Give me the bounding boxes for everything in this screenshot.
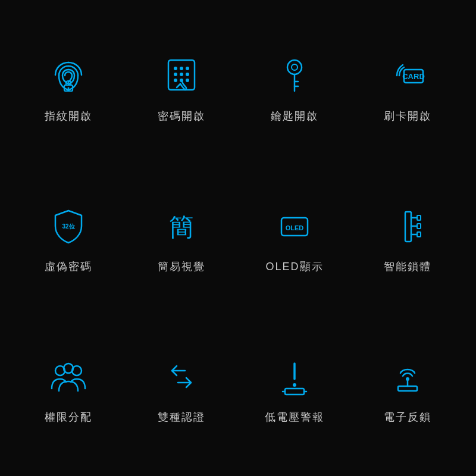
cell-fingerprint: 指紋開啟	[12, 12, 125, 162]
shield-icon: 32位	[45, 202, 92, 250]
row-3: 權限分配 雙種認證	[12, 314, 464, 464]
svg-point-6	[174, 73, 177, 76]
low-battery-label: 低電壓警報	[265, 410, 324, 424]
cell-permission: 權限分配	[12, 314, 125, 464]
cell-key: 鑰匙開啟	[238, 12, 351, 162]
cell-low-battery: 低電壓警報	[238, 314, 351, 464]
svg-point-1	[68, 87, 70, 89]
svg-rect-27	[417, 215, 421, 220]
password-label: 密碼開啟	[158, 109, 205, 123]
fake-password-label: 虛偽密碼	[45, 259, 92, 274]
fingerprint-icon	[45, 52, 92, 99]
svg-rect-23	[405, 212, 411, 242]
svg-point-13	[292, 64, 298, 70]
row-2: 32位 虛偽密碼 簡 簡易視覺 OLED OLED顯示	[12, 162, 464, 313]
card-icon: CARD	[384, 52, 431, 99]
low-battery-icon	[271, 353, 318, 400]
svg-text:OLED: OLED	[286, 224, 304, 231]
svg-rect-29	[417, 232, 421, 237]
simple-view-label: 簡易視覺	[158, 259, 205, 274]
svg-rect-35	[285, 389, 304, 394]
password-icon	[158, 52, 205, 99]
svg-point-4	[180, 67, 183, 70]
svg-point-5	[186, 67, 189, 70]
svg-text:32位: 32位	[62, 223, 75, 230]
cell-dual-auth: 雙種認證	[125, 314, 238, 464]
main-grid: 指紋開啟	[12, 12, 464, 464]
svg-point-8	[186, 73, 189, 76]
permission-label: 權限分配	[45, 410, 92, 424]
svg-point-12	[287, 60, 302, 74]
simple-view-icon: 簡	[158, 202, 205, 250]
svg-text:CARD: CARD	[402, 72, 425, 81]
e-lock-label: 電子反鎖	[384, 410, 431, 424]
key-label: 鑰匙開啟	[271, 109, 318, 123]
svg-point-11	[186, 79, 189, 82]
row-1: 指紋開啟	[12, 12, 464, 162]
oled-icon: OLED	[271, 202, 318, 250]
cell-password: 密碼開啟	[125, 12, 238, 162]
svg-point-7	[180, 73, 183, 76]
svg-point-3	[174, 67, 177, 70]
key-icon	[271, 52, 318, 99]
dual-auth-icon	[158, 353, 205, 400]
svg-point-32	[64, 364, 73, 373]
svg-rect-28	[417, 224, 421, 228]
cell-simple-view: 簡 簡易視覺	[125, 162, 238, 313]
svg-point-40	[406, 377, 409, 381]
cell-e-lock: 電子反鎖	[351, 314, 464, 464]
cell-card: CARD 刷卡開啟	[351, 12, 464, 162]
smart-lock-icon	[384, 202, 431, 250]
permission-icon	[45, 353, 92, 400]
cell-smart-lock: 智能鎖體	[351, 162, 464, 313]
fingerprint-label: 指紋開啟	[45, 109, 92, 123]
cell-fake-password: 32位 虛偽密碼	[12, 162, 125, 313]
svg-point-9	[174, 79, 177, 82]
e-lock-icon	[384, 353, 431, 400]
dual-auth-label: 雙種認證	[158, 410, 205, 424]
svg-text:簡: 簡	[169, 213, 194, 241]
smart-lock-label: 智能鎖體	[384, 259, 431, 274]
cell-oled: OLED OLED顯示	[238, 162, 351, 313]
oled-label: OLED顯示	[265, 259, 323, 274]
svg-point-34	[293, 383, 296, 387]
card-label: 刷卡開啟	[384, 109, 431, 123]
